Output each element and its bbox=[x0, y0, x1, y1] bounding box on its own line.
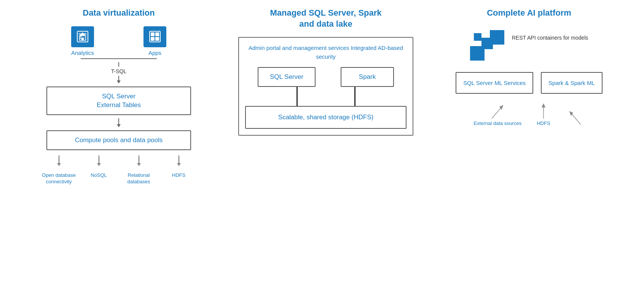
ext-data-label: External data sources bbox=[473, 120, 521, 127]
dv-diagram: Analytics Apps bbox=[20, 26, 218, 185]
dv-tsql-connector: T-SQL bbox=[111, 62, 126, 83]
apps-icon bbox=[149, 30, 161, 43]
dv-bottom-label-2: Relational databases bbox=[122, 172, 156, 185]
tsql-vline bbox=[118, 62, 119, 67]
managed-header-text: Admin portal and management services Int… bbox=[245, 44, 406, 61]
dv-h-bridge bbox=[81, 58, 157, 59]
bc-arrow-1 bbox=[57, 155, 61, 166]
managed-connectors bbox=[245, 87, 406, 106]
dv-bottom-item-1: NoSQL bbox=[82, 172, 116, 185]
managed-outer-box: Admin portal and management services Int… bbox=[238, 37, 413, 136]
svg-rect-8 bbox=[151, 37, 155, 41]
sql-server-ext-box: SQL ServerExternal Tables bbox=[46, 87, 191, 115]
bc-vl4 bbox=[179, 155, 179, 163]
svg-rect-4 bbox=[81, 38, 84, 40]
dv-title: Data virtualization bbox=[83, 8, 155, 19]
svg-rect-7 bbox=[155, 32, 159, 36]
analytics-label: Analytics bbox=[71, 50, 94, 56]
managed-sql-section: Managed SQL Server, Sparkand data lake A… bbox=[234, 8, 417, 136]
dv-bottom-labels: Open database connectivity NoSQL Relatio… bbox=[39, 172, 199, 185]
tsql-vline2 bbox=[118, 76, 119, 80]
ai-arrows-section: External data sources HDFS bbox=[473, 101, 584, 127]
sql-ml-box: SQL Server ML Services bbox=[456, 72, 533, 94]
dv-arrow-1 bbox=[117, 118, 121, 127]
bc-ad4 bbox=[177, 163, 181, 166]
analytics-block: Analytics bbox=[71, 26, 94, 56]
bc-arrow-3 bbox=[137, 155, 141, 166]
ai-hdfs-group: HDFS bbox=[537, 101, 550, 127]
dv-bottom-item-0: Open database connectivity bbox=[42, 172, 76, 185]
sql-vline bbox=[296, 87, 298, 106]
analytics-icon bbox=[77, 30, 89, 43]
bc-arrow-4 bbox=[177, 155, 181, 166]
ai-title: Complete AI platform bbox=[487, 8, 571, 19]
dv-icons-row: Analytics Apps bbox=[46, 26, 191, 56]
svg-marker-13 bbox=[542, 103, 545, 107]
sql-server-ext-label: SQL ServerExternal Tables bbox=[97, 93, 141, 109]
bc-vl2 bbox=[99, 155, 99, 163]
data-virtualization-section: Data virtualization bbox=[20, 8, 218, 185]
apps-label: Apps bbox=[148, 50, 161, 56]
dv-bottom-label-1: NoSQL bbox=[91, 172, 107, 179]
cube-bl bbox=[470, 46, 485, 61]
sql-ml-label: SQL Server ML Services bbox=[463, 80, 526, 86]
ext-data-arrow-icon bbox=[488, 101, 507, 120]
apps-icon-box bbox=[143, 26, 166, 47]
svg-rect-9 bbox=[155, 37, 159, 41]
storage-box: Scalable, shared storage (HDFS) bbox=[245, 106, 406, 129]
bc-arrow-2 bbox=[97, 155, 101, 166]
tsql-label: T-SQL bbox=[111, 68, 126, 74]
sql-server-box-label: SQL Server bbox=[270, 73, 303, 80]
storage-label: Scalable, shared storage (HDFS) bbox=[278, 114, 373, 121]
bc-ad2 bbox=[97, 163, 101, 166]
ai-extra-arrow-group bbox=[566, 107, 585, 127]
arrow-down-1 bbox=[117, 124, 121, 127]
spark-ml-box: Spark & Spark ML bbox=[541, 72, 603, 94]
api-label: REST API containers for models bbox=[512, 30, 588, 42]
managed-top-boxes: SQL Server Spark bbox=[245, 67, 406, 87]
svg-rect-6 bbox=[151, 32, 155, 36]
spark-box: Spark bbox=[341, 67, 394, 87]
bc-ad1 bbox=[57, 163, 61, 166]
apps-block: Apps bbox=[143, 26, 166, 56]
dv-bottom-item-2: Relational databases bbox=[122, 172, 156, 185]
managed-title: Managed SQL Server, Sparkand data lake bbox=[270, 8, 381, 29]
hdfs-label: HDFS bbox=[537, 120, 550, 127]
ai-top-row: REST API containers for models bbox=[470, 30, 588, 61]
analytics-icon-box bbox=[71, 26, 94, 47]
compute-pools-label: Compute pools and data pools bbox=[75, 136, 163, 144]
dv-bottom-label-0: Open database connectivity bbox=[42, 172, 76, 185]
spark-box-label: Spark bbox=[359, 73, 376, 80]
ai-ml-boxes: SQL Server ML Services Spark & Spark ML bbox=[456, 72, 603, 94]
spark-vline bbox=[354, 87, 355, 106]
dv-bottom-arrows bbox=[39, 155, 199, 167]
compute-pools-box: Compute pools and data pools bbox=[46, 130, 191, 150]
sql-server-box: SQL Server bbox=[258, 67, 316, 87]
bc-vl1 bbox=[59, 155, 59, 163]
extra-arrow-icon bbox=[566, 107, 585, 127]
tsql-arrow bbox=[117, 80, 121, 83]
ai-ext-data-group: External data sources bbox=[473, 101, 521, 127]
bc-vl3 bbox=[139, 155, 139, 163]
ai-cubes-container bbox=[470, 30, 504, 61]
v-line-1 bbox=[118, 118, 119, 124]
hdfs-arrow-icon bbox=[538, 101, 549, 120]
cube-tl bbox=[474, 33, 481, 41]
bc-ad3 bbox=[137, 163, 141, 166]
ai-platform-section: Complete AI platform REST API containers… bbox=[434, 8, 624, 127]
dv-bottom-label-3: HDFS bbox=[172, 172, 185, 179]
dv-bottom-item-3: HDFS bbox=[162, 172, 196, 185]
spark-ml-label: Spark & Spark ML bbox=[548, 80, 595, 86]
